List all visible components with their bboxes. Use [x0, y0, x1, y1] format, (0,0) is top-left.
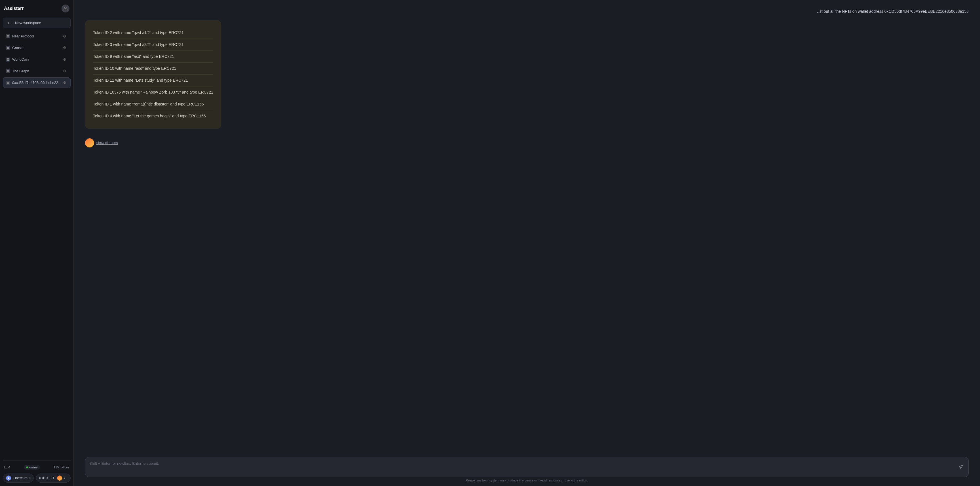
bottom-controls: ◆ Ethereum ▾ 0.010 ETH ▾ [3, 473, 71, 483]
chevron-down-icon: ▾ [29, 476, 30, 480]
main-content: List out all the NFTs on wallet address … [74, 0, 980, 486]
sidebar-item-near-protocol[interactable]: Near Protocol ⚙ [3, 31, 71, 41]
disclaimer: Responses from system may produce inaccu… [85, 479, 969, 482]
workspace-label: Gnosis [12, 46, 23, 50]
llm-status: LLM online 195 indices [3, 463, 71, 471]
workspace-label: Near Protocol [12, 34, 34, 38]
user-query: List out all the NFTs on wallet address … [816, 8, 969, 14]
chevron-down-icon-2: ▾ [64, 476, 65, 480]
svg-rect-8 [8, 48, 10, 49]
show-citations-button[interactable]: show citations [96, 141, 118, 145]
workspace-item-left: Near Protocol [6, 34, 62, 38]
workspace-label: 0xcd56df7b4705a99ebebe2216e350638a1582 [12, 81, 62, 85]
token-row: Token ID 2 with name "qwd #1/2" and type… [93, 27, 213, 39]
chat-area: List out all the NFTs on wallet address … [74, 0, 980, 454]
network-label: Ethereum [13, 476, 27, 480]
svg-rect-17 [7, 82, 8, 83]
network-button[interactable]: ◆ Ethereum ▾ [3, 473, 34, 483]
new-workspace-label: + New workspace [12, 21, 41, 25]
chat-input[interactable] [89, 461, 954, 473]
svg-rect-5 [7, 47, 8, 48]
sidebar-item-wallet-address[interactable]: 0xcd56df7b4705a99ebebe2216e350638a1582 ⚙ [3, 78, 71, 88]
workspace-settings-button[interactable]: ⚙ [62, 57, 67, 62]
workspace-icon [6, 34, 10, 38]
svg-rect-12 [8, 60, 10, 61]
token-row: Token ID 3 with name "qwd #2/2" and type… [93, 39, 213, 51]
workspace-settings-button[interactable]: ⚙ [62, 45, 67, 51]
workspace-icon [6, 46, 10, 50]
svg-rect-7 [7, 48, 8, 49]
workspace-label: WorldCoin [12, 57, 29, 62]
token-row: Token ID 10 with name "asd" and type ERC… [93, 63, 213, 75]
plus-icon: + [7, 21, 10, 25]
indices-count: 195 indices [54, 465, 70, 469]
svg-rect-16 [8, 71, 10, 72]
svg-rect-6 [8, 47, 10, 48]
svg-rect-3 [7, 36, 8, 37]
svg-rect-10 [8, 59, 10, 60]
workspace-icon [6, 69, 10, 73]
workspace-item-left: 0xcd56df7b4705a99ebebe2216e350638a1582 [6, 81, 62, 85]
workspace-label: The Graph [12, 69, 29, 73]
token-row: Token ID 4 with name "Let the games begi… [93, 110, 213, 122]
input-wrapper [85, 457, 969, 477]
gear-icon: ⚙ [63, 34, 66, 38]
workspace-icon [6, 81, 10, 85]
workspace-list: Near Protocol ⚙ Gnosis ⚙ [3, 31, 71, 89]
workspace-settings-button[interactable]: ⚙ [62, 80, 67, 85]
token-row: Token ID 11 with name "Lets study" and t… [93, 75, 213, 86]
workspace-item-left: Gnosis [6, 46, 62, 50]
workspace-settings-button[interactable]: ⚙ [62, 68, 67, 74]
sidebar-item-gnosis[interactable]: Gnosis ⚙ [3, 43, 71, 53]
avatar-button[interactable] [62, 5, 70, 13]
svg-rect-14 [8, 70, 10, 71]
llm-label: LLM [4, 465, 10, 469]
status-dot [26, 467, 28, 469]
workspace-settings-button[interactable]: ⚙ [62, 33, 67, 39]
status-label: online [29, 465, 37, 469]
svg-point-0 [65, 7, 66, 9]
response-avatar [85, 138, 94, 148]
svg-rect-15 [7, 71, 8, 72]
svg-rect-18 [8, 82, 10, 83]
send-button[interactable] [957, 463, 964, 471]
new-workspace-button[interactable]: + + New workspace [3, 17, 71, 28]
gear-icon: ⚙ [63, 57, 66, 62]
wallet-avatar [57, 475, 62, 481]
citations-row: show citations [85, 138, 969, 148]
balance-button[interactable]: 0.010 ETH ▾ [36, 473, 71, 483]
svg-rect-9 [7, 59, 8, 60]
svg-rect-13 [7, 70, 8, 71]
workspace-icon [6, 57, 10, 62]
gear-icon: ⚙ [63, 81, 66, 85]
token-row: Token ID 10375 with name "Rainbow Zorb 1… [93, 86, 213, 98]
svg-rect-11 [7, 60, 8, 61]
balance-label: 0.010 ETH [39, 476, 55, 480]
workspace-item-left: WorldCoin [6, 57, 62, 62]
sidebar: Assisterr + + New workspace [0, 0, 74, 486]
gear-icon: ⚙ [63, 46, 66, 50]
svg-rect-19 [7, 83, 8, 84]
svg-rect-20 [8, 83, 10, 84]
workspace-item-left: The Graph [6, 69, 62, 73]
sidebar-header: Assisterr [3, 3, 71, 14]
svg-rect-2 [8, 35, 10, 36]
token-row: Token ID 9 with name "asd" and type ERC7… [93, 51, 213, 63]
app-title: Assisterr [4, 6, 24, 11]
input-area: Responses from system may produce inaccu… [74, 454, 980, 486]
token-list: Token ID 2 with name "qwd #1/2" and type… [93, 27, 213, 122]
sidebar-footer: LLM online 195 indices ◆ Ethereum ▾ 0.01… [3, 460, 71, 483]
eth-icon: ◆ [6, 475, 11, 481]
response-card: Token ID 2 with name "qwd #1/2" and type… [85, 20, 221, 129]
status-badge: online [24, 465, 40, 470]
token-row: Token ID 1 with name "roma(I)ntic disast… [93, 98, 213, 110]
sidebar-item-the-graph[interactable]: The Graph ⚙ [3, 66, 71, 76]
gear-icon: ⚙ [63, 69, 66, 73]
svg-rect-1 [7, 35, 8, 36]
svg-rect-4 [8, 36, 10, 37]
sidebar-item-worldcoin[interactable]: WorldCoin ⚙ [3, 54, 71, 65]
